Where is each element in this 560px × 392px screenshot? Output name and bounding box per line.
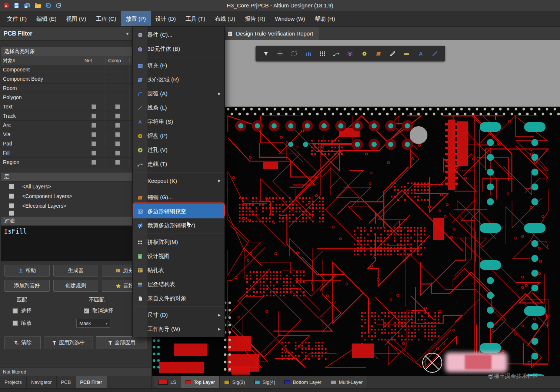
object-row-component[interactable]: Component	[1, 65, 151, 74]
checkbox[interactable]	[9, 211, 14, 216]
object-row-room[interactable]: Room	[1, 84, 151, 93]
place-menu-item-7[interactable]: 焊盘 (P)	[133, 129, 224, 143]
layer-tab-bottom-layer[interactable]: Bottom Layer	[280, 376, 326, 388]
checkbox[interactable]	[13, 308, 18, 314]
place-menu-item-6[interactable]: A字符串 (S)	[133, 115, 224, 129]
panel-tab-pcb[interactable]: PCB	[57, 376, 76, 388]
object-row-text[interactable]: Text	[1, 102, 151, 111]
place-menu-item-0[interactable]: 器件 (C)...	[133, 28, 224, 42]
place-menu-item-20[interactable]: 工作向导 (W)▶	[133, 322, 224, 336]
object-row-fill[interactable]: Fill	[1, 148, 151, 158]
save-icon[interactable]	[14, 3, 20, 9]
open-folder-icon[interactable]	[34, 3, 41, 9]
checkbox[interactable]	[91, 141, 96, 146]
object-row-arc[interactable]: Arc	[1, 121, 151, 130]
place-menu-item-9[interactable]: 走线 (T)	[133, 157, 224, 171]
clear-button[interactable]: 清除	[4, 336, 41, 349]
place-menu-item-19[interactable]: 尺寸 (D)▶	[133, 308, 224, 322]
place-menu-item-15[interactable]: 设计视图	[133, 249, 224, 263]
bar-chart-icon[interactable]	[305, 50, 311, 57]
place-menu-item-18[interactable]: 来自文件的对象	[133, 291, 224, 305]
checkbox[interactable]	[115, 141, 120, 146]
layer-tab-sig-4-[interactable]: Sig(4)	[250, 376, 280, 388]
route-icon[interactable]	[333, 50, 340, 57]
place-menu-item-14[interactable]: 拼板阵列(M)	[133, 235, 224, 249]
string-tool-icon[interactable]: A	[417, 50, 424, 57]
checkbox[interactable]	[9, 203, 14, 208]
apply-all-button[interactable]: 全部应用	[96, 336, 147, 349]
filter-icon[interactable]	[263, 50, 269, 57]
menubar-item-4[interactable]: 放置 (P)	[121, 11, 151, 26]
selection-area-icon[interactable]	[291, 50, 297, 57]
layer-list-item-0[interactable]: <All Layers>	[0, 182, 151, 191]
save-all-icon[interactable]	[24, 3, 30, 9]
object-row-polygon[interactable]: Polygon	[1, 93, 151, 102]
menubar-item-0[interactable]: 文件 (F)	[2, 11, 31, 26]
undo-icon[interactable]	[45, 3, 51, 9]
place-menu-item-5[interactable]: 线条 (L)	[133, 101, 224, 115]
checkbox[interactable]	[115, 104, 120, 109]
checkbox[interactable]	[91, 151, 96, 155]
checkbox-checked[interactable]: ✓	[84, 308, 89, 314]
checkbox[interactable]	[115, 114, 120, 118]
column-comp[interactable]: Comp	[106, 58, 129, 63]
object-row-via[interactable]: Via	[1, 130, 151, 139]
column-object[interactable]: 对象#	[1, 57, 82, 64]
grid-icon[interactable]	[319, 50, 326, 57]
dimension-icon[interactable]	[403, 50, 410, 57]
differential-pair-icon[interactable]	[347, 50, 354, 57]
menubar-item-5[interactable]: 设计 (D)	[151, 11, 181, 26]
checkbox[interactable]	[115, 123, 120, 128]
menubar-item-1[interactable]: 编辑 (E)	[31, 11, 61, 26]
place-menu-item-1[interactable]: 3D元件体 (B)	[133, 42, 224, 56]
document-tab[interactable]: Design Rule Verification Report	[221, 27, 319, 40]
layer-tab-multi-layer[interactable]: Multi-Layer	[326, 376, 367, 388]
menubar-item-10[interactable]: 帮助 (H)	[310, 11, 340, 26]
apply-to-selected-button[interactable]: 应用到选中	[44, 336, 93, 349]
place-menu-item-10[interactable]: Keepout (K)▶	[133, 174, 224, 188]
checkbox[interactable]	[91, 160, 96, 165]
object-row-component-body[interactable]: Component Body	[1, 74, 151, 84]
copper-pour-icon[interactable]	[375, 50, 382, 57]
place-menu-item-12[interactable]: 多边形铺铜挖空	[133, 204, 224, 218]
via-tool-icon[interactable]	[361, 50, 368, 57]
select-checkbox[interactable]: 选择	[4, 308, 76, 314]
menubar-item-2[interactable]: 视图 (V)	[61, 11, 91, 26]
place-menu-item-11[interactable]: 铺铜 (G)...	[133, 190, 224, 204]
redo-icon[interactable]	[56, 3, 62, 9]
menubar-item-3[interactable]: 工程 (C)	[91, 11, 121, 26]
checkbox[interactable]	[91, 123, 96, 128]
crosshair-icon[interactable]	[277, 50, 283, 57]
checkbox[interactable]	[115, 160, 120, 165]
checkbox[interactable]	[13, 321, 18, 326]
menubar-item-8[interactable]: 报告 (R)	[240, 11, 270, 26]
help-button[interactable]: 帮助	[4, 265, 50, 277]
line-tool-icon[interactable]	[431, 50, 438, 57]
place-menu-item-13[interactable]: 裁剪多边形铺铜 (Y)	[133, 218, 224, 232]
place-menu-item-17[interactable]: 层叠结构表	[133, 277, 224, 291]
mask-dropdown[interactable]: Mask ▾	[76, 319, 110, 328]
panel-header[interactable]: PCB Filter ▾	[0, 27, 151, 41]
menubar-item-6[interactable]: 工具 (T)	[181, 11, 210, 26]
object-row-region[interactable]: Region	[1, 158, 151, 167]
checkbox[interactable]	[9, 194, 14, 199]
checkbox[interactable]	[91, 104, 96, 109]
layer-list-item-2[interactable]: <Electrical Layers>	[0, 201, 151, 211]
place-menu-item-3[interactable]: 实心区域 (R)	[133, 73, 224, 87]
layer-tab-sig-3-[interactable]: Sig(3)	[220, 376, 250, 388]
filter-expression-input[interactable]: IsFill	[1, 226, 151, 261]
column-net[interactable]: Net	[82, 58, 106, 63]
zoom-checkbox[interactable]: 缩放	[4, 320, 76, 326]
panel-tab-pcb-filter[interactable]: PCB Filter	[76, 376, 107, 388]
layer-list-item-1[interactable]: <Component Layers>	[0, 191, 151, 201]
layer-tab-top-layer[interactable]: Top Layer	[181, 376, 220, 388]
place-menu-item-16[interactable]: 钻孔表	[133, 263, 224, 277]
object-row-pad[interactable]: Pad	[1, 139, 151, 148]
panel-tab-projects[interactable]: Projects	[0, 376, 27, 388]
menubar-item-7[interactable]: 布线 (U)	[210, 11, 240, 26]
menubar-item-9[interactable]: Window (W)	[270, 11, 310, 26]
place-menu-item-4[interactable]: 圆弧 (A)▶	[133, 87, 224, 101]
checkbox[interactable]	[91, 114, 96, 118]
layer-tab-ls[interactable]: LS	[154, 376, 181, 388]
checkbox[interactable]	[115, 151, 120, 155]
